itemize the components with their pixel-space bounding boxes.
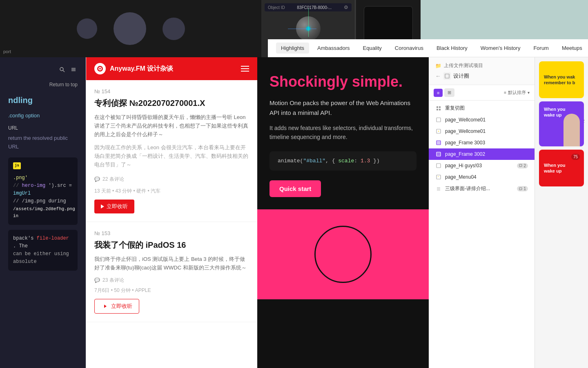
main-content-grid: Return to top ndling .config option URL …	[0, 57, 588, 368]
episode-desc-more-154: 因为现在工作的关系，Leon 会很关注汽车，本台看来马上要在开场白里把简介换成「…	[94, 144, 249, 169]
figma-sidebar: 📁 上传文件测试项目 ← 设计圈 ≡ ⊞ ≡ 默认排序 ▾	[429, 57, 535, 368]
3d-sphere	[296, 16, 321, 41]
motion-circle	[314, 226, 372, 283]
listen-button-153[interactable]: 立即收听	[94, 299, 139, 314]
layer-icon-hi-guys	[435, 162, 442, 169]
episode-title-153[interactable]: 我装了个假的 iPadOS 16	[94, 240, 249, 250]
figma-file-name: 📁 上传文件测试项目	[435, 62, 528, 69]
svg-marker-15	[438, 131, 439, 132]
absolute-line: can be either using absolute	[13, 250, 73, 266]
episode-154: № 154 专利侦探 №2022070270001.X 在这个被知了叫得昏昏欲睡…	[86, 80, 257, 222]
circle-shape-1	[77, 18, 97, 39]
episode-desc-153: 我们终于停止怀旧，iOS 测试版马上要上 Beta 3 的时候，终于做好了准备来…	[94, 255, 249, 272]
comment-count-154: 22 条评论	[102, 176, 124, 183]
layer-name-6: page_Menu04	[445, 174, 477, 180]
dark-screenshot-left: port	[0, 0, 261, 57]
code-line-3: // /img.png during	[13, 197, 73, 205]
svg-rect-8	[445, 74, 449, 78]
layer-icon-menu04	[435, 174, 442, 180]
svg-rect-11	[437, 109, 438, 110]
layer-item-2[interactable]: page_Wellcome01	[429, 126, 535, 137]
preview-card-purple: When youwake up	[539, 101, 584, 146]
layer-icon-frame-3002	[435, 151, 442, 157]
preview-card-yellow-text: When you wakremember to b	[544, 74, 575, 86]
listen-button-154[interactable]: 立即收听	[94, 200, 134, 213]
layer-item-4[interactable]: page_Frame 3002	[429, 148, 535, 160]
port-label: port	[3, 49, 11, 54]
preview-card-red-text: When youwake up	[544, 162, 566, 174]
svg-rect-16	[437, 141, 441, 145]
layer-item-7[interactable]: 三级界面-讲排介绍... 1	[429, 183, 535, 195]
episode-meta-154: 13 天前 • 43 分钟 • 硬件 • 汽车	[94, 188, 249, 195]
layer-icon-frame-3003	[435, 139, 442, 146]
figma-current-page: 设计圈	[453, 72, 469, 80]
motion-desc-1: Motion One packs the power of the Web An…	[270, 98, 416, 118]
layer-name-5: page_Hi guys!03	[445, 163, 482, 168]
code-file-path: /assets/img.2d8efhg.png in	[13, 206, 73, 220]
code-toolbar	[8, 65, 78, 74]
nav-equality[interactable]: Equality	[358, 43, 387, 54]
layer-item-5[interactable]: page_Hi guys!03 2	[429, 160, 535, 171]
sort-dropdown[interactable]: ≡ 默认排序 ▾	[504, 90, 530, 96]
figma-top-bar: 📁 上传文件测试项目 ← 设计圈	[429, 57, 535, 85]
layer-item-6[interactable]: page_Menu04	[429, 171, 535, 183]
layer-icon-grid	[435, 105, 442, 112]
code-block-2: bpack's file-loader . The can be either …	[8, 230, 78, 271]
svg-rect-10	[439, 106, 441, 108]
nav-coronavirus[interactable]: Coronavirus	[390, 43, 428, 54]
list-view-button[interactable]: ≡	[434, 89, 443, 97]
figma-preview-panel: page_Frame 3002 9:41 When you wakremembe…	[535, 57, 588, 368]
layer-icon-frame-1	[435, 117, 442, 123]
podcast-brand-name: Anyway.FM 设计杂谈	[110, 65, 173, 73]
object-id-label: Object ID	[268, 5, 285, 10]
circle-shape-2	[114, 12, 146, 45]
file-loader-line: bpack's file-loader . The	[13, 235, 73, 250]
circle-shape-3	[163, 18, 185, 40]
layer-item-0[interactable]: 重复切图	[429, 102, 535, 114]
svg-rect-13	[437, 118, 441, 122]
play-circle-icon	[101, 303, 109, 310]
podcast-logo: Anyway.FM 设计杂谈	[94, 63, 173, 74]
episode-title-154[interactable]: 专利侦探 №2022070270001.X	[94, 98, 249, 108]
grid-view-button[interactable]: ⊞	[444, 88, 454, 97]
navigation-bar: Highlights Ambassadors Equality Coronavi…	[268, 39, 588, 57]
svg-rect-18	[437, 152, 441, 156]
motion-content: Shockingly simple. Motion One packs the …	[257, 57, 429, 312]
nav-highlights[interactable]: Highlights	[276, 43, 309, 54]
figma-panel: 📁 上传文件测试项目 ← 设计圈 ≡ ⊞ ≡ 默认排序 ▾	[429, 57, 588, 368]
figma-page-icon	[443, 72, 451, 80]
layer-icon-frame-2	[435, 128, 442, 135]
podcast-panel: Anyway.FM 设计杂谈 № 154 专利侦探 №2022070270001…	[86, 57, 257, 368]
quick-start-button[interactable]: Quick start	[270, 180, 321, 197]
menu-icon[interactable]	[69, 65, 78, 74]
svg-marker-22	[438, 176, 439, 177]
hamburger-menu[interactable]	[241, 66, 249, 72]
episode-meta-153: 7月6日 • 50 分钟 • APPLE	[94, 287, 249, 294]
section-title: ndling	[8, 96, 78, 105]
object-id-value: 83FC017B-8000-...	[297, 5, 332, 10]
svg-rect-12	[439, 109, 441, 110]
layer-item-1[interactable]: page_Wellcome01	[429, 114, 535, 126]
nav-black-history[interactable]: Black History	[432, 43, 472, 54]
code-block: js .png' // hero-img ').src = imgUrl // …	[8, 157, 78, 224]
nav-meetups[interactable]: Meetups	[557, 43, 587, 54]
nav-forum[interactable]: Forum	[528, 43, 554, 54]
figma-back-button[interactable]: ←	[435, 73, 441, 79]
preview-card-arm	[564, 114, 580, 146]
episode-number-153: № 153	[94, 230, 249, 236]
nav-womens-history[interactable]: Women's History	[476, 43, 526, 54]
search-icon[interactable]	[58, 65, 66, 74]
layer-item-3[interactable]: page_Frame 3003	[429, 137, 535, 148]
figma-breadcrumb: ← 设计圈	[435, 72, 528, 80]
layer-name-2: page_Wellcome01	[445, 128, 486, 134]
return-top-button[interactable]: Return to top	[8, 82, 78, 88]
figma-toolbar: ≡ ⊞ ≡ 默认排序 ▾	[429, 85, 535, 101]
svg-rect-20	[437, 164, 441, 168]
code-line-1: .png'	[13, 174, 73, 182]
comment-badge-5: 2	[517, 163, 528, 168]
code-config-link[interactable]: .config option	[8, 112, 78, 120]
layer-name-7: 三级界面-讲排介绍...	[445, 185, 490, 192]
motion-panel: Shockingly simple. Motion One packs the …	[257, 57, 429, 368]
nav-ambassadors[interactable]: Ambassadors	[312, 43, 354, 54]
preview-card-red: When youwake up 75	[539, 150, 584, 186]
